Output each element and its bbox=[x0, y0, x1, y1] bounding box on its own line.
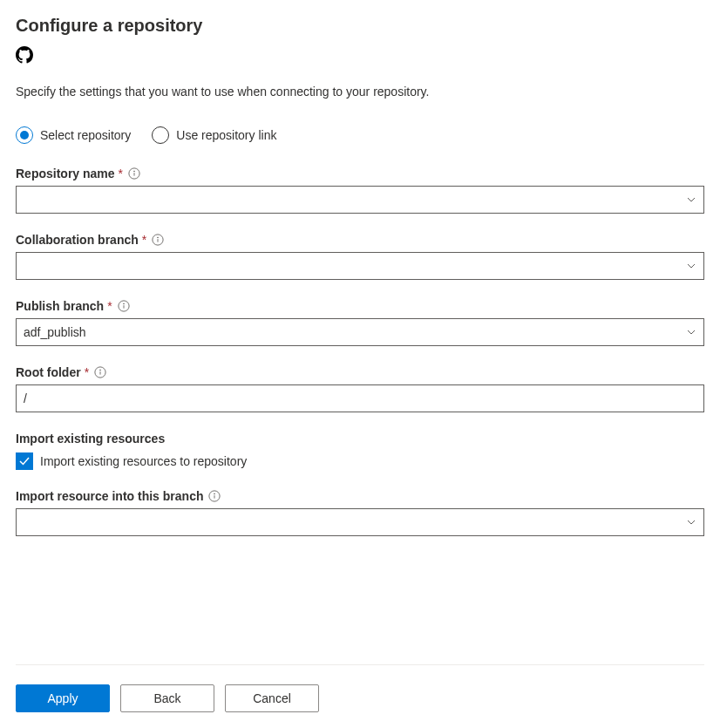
field-label: Repository name bbox=[16, 167, 115, 180]
collaboration-branch-field: Collaboration branch * bbox=[16, 233, 704, 280]
description-text: Specify the settings that you want to us… bbox=[16, 85, 704, 99]
info-icon[interactable] bbox=[94, 366, 106, 378]
field-label: Import resource into this branch bbox=[16, 489, 203, 503]
import-existing-checkbox[interactable] bbox=[16, 452, 33, 470]
import-branch-select[interactable] bbox=[16, 508, 704, 536]
svg-point-4 bbox=[158, 237, 159, 238]
root-folder-field: Root folder * bbox=[16, 365, 704, 412]
required-star-icon: * bbox=[85, 365, 89, 379]
repository-name-select[interactable] bbox=[16, 186, 704, 214]
select-repository-radio[interactable]: Select repository bbox=[16, 126, 131, 144]
chevron-down-icon bbox=[686, 194, 696, 205]
repo-mode-radio-group: Select repository Use repository link bbox=[16, 126, 704, 144]
svg-point-1 bbox=[134, 171, 135, 172]
field-label: Root folder bbox=[16, 365, 81, 379]
use-repository-link-radio[interactable]: Use repository link bbox=[152, 126, 276, 144]
svg-point-13 bbox=[214, 493, 215, 494]
field-label: Collaboration branch bbox=[16, 233, 139, 247]
cancel-button[interactable]: Cancel bbox=[225, 684, 319, 712]
info-icon[interactable] bbox=[128, 167, 140, 180]
svg-point-10 bbox=[100, 370, 101, 371]
select-value: adf_publish bbox=[24, 325, 86, 339]
radio-label: Use repository link bbox=[176, 128, 276, 142]
chevron-down-icon bbox=[686, 327, 696, 337]
footer-bar: Apply Back Cancel bbox=[16, 664, 704, 712]
collaboration-branch-select[interactable] bbox=[16, 252, 704, 280]
field-label: Import existing resources bbox=[16, 432, 165, 446]
radio-label: Select repository bbox=[40, 128, 131, 142]
required-star-icon: * bbox=[142, 233, 146, 247]
apply-button[interactable]: Apply bbox=[16, 684, 110, 712]
radio-selected-icon bbox=[16, 126, 33, 144]
info-icon[interactable] bbox=[152, 234, 164, 246]
info-icon[interactable] bbox=[118, 300, 130, 312]
chevron-down-icon bbox=[686, 517, 696, 527]
info-icon[interactable] bbox=[208, 490, 221, 502]
publish-branch-select[interactable]: adf_publish bbox=[16, 318, 704, 346]
publish-branch-field: Publish branch * adf_publish bbox=[16, 299, 704, 346]
repository-name-field: Repository name * bbox=[16, 167, 704, 214]
github-icon bbox=[16, 46, 33, 67]
root-folder-input[interactable] bbox=[16, 384, 704, 412]
import-branch-field: Import resource into this branch bbox=[16, 489, 704, 536]
chevron-down-icon bbox=[686, 261, 696, 271]
svg-point-7 bbox=[123, 303, 124, 304]
required-star-icon: * bbox=[107, 299, 112, 313]
radio-unselected-icon bbox=[152, 126, 169, 144]
checkbox-label: Import existing resources to repository bbox=[40, 454, 247, 468]
import-existing-field: Import existing resources Import existin… bbox=[16, 432, 704, 470]
page-title: Configure a repository bbox=[16, 16, 704, 36]
field-label: Publish branch bbox=[16, 299, 104, 313]
back-button[interactable]: Back bbox=[120, 684, 214, 712]
required-star-icon: * bbox=[119, 167, 123, 180]
